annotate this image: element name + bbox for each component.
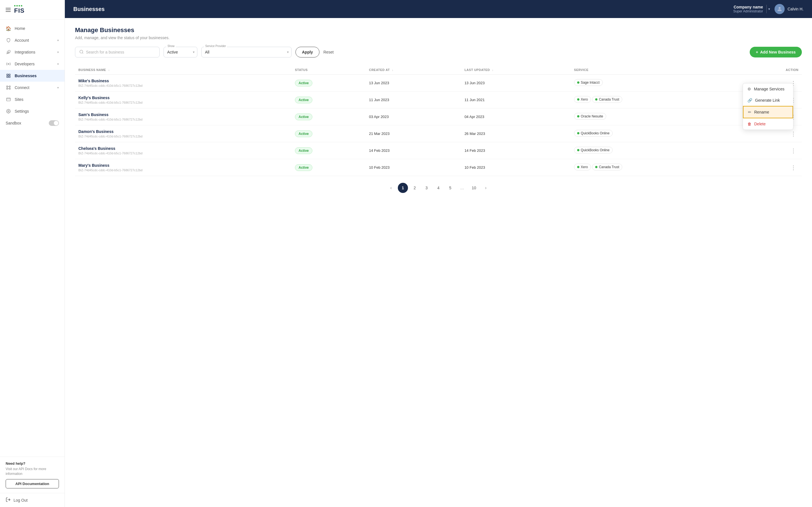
pagination-next[interactable]: ›	[481, 183, 491, 193]
cell-service: QuickBooks Online	[571, 142, 742, 159]
topbar-company[interactable]: Company name Super Administrator	[733, 5, 767, 13]
manage-services-label: Manage Services	[754, 87, 784, 91]
reset-button[interactable]: Reset	[323, 50, 334, 54]
table-row: Mike's Business BIZ-74d45cdc-cddc-410d-b…	[75, 75, 802, 92]
topbar-title: Businesses	[73, 6, 733, 12]
businesses-table: BUSINESS NAME ↓ STATUS CREATED AT ↓ LAST…	[75, 65, 802, 176]
cell-service: Sage Intacct	[571, 75, 742, 92]
plus-icon: +	[756, 50, 758, 54]
business-id: BIZ-74d45cdc-cddc-410d-b5c1-7686727c12bd	[79, 101, 288, 104]
topbar-right: Company name Super Administrator ▾ Calvi…	[733, 4, 804, 14]
sidebar-item-account[interactable]: Account ▾	[0, 34, 64, 46]
hamburger-menu[interactable]	[6, 8, 11, 12]
pagination-page-4[interactable]: 4	[434, 183, 444, 193]
business-id: BIZ-74d45cdc-cddc-410d-b5c1-7686727c12bd	[79, 118, 288, 121]
col-business-name[interactable]: BUSINESS NAME ↓	[75, 65, 292, 75]
generate-link-item[interactable]: 🔗 Generate Link	[743, 95, 793, 106]
service-tag: Canada Trust	[592, 96, 622, 103]
sort-arrow-icon: ↓	[392, 68, 394, 71]
pagination-page-10[interactable]: 10	[469, 183, 479, 193]
company-role: Super Administrator	[733, 9, 763, 13]
rename-item[interactable]: ✏ Rename	[743, 106, 793, 118]
pagination-page-5[interactable]: 5	[445, 183, 455, 193]
action-dropdown: ⚙ Manage Services 🔗 Generate Link ✏ Rena…	[743, 83, 794, 130]
cell-service: Oracle Nesuite	[571, 108, 742, 125]
help-text: Visit our API Docs for more information	[6, 467, 59, 476]
service-dot-icon	[577, 81, 579, 83]
table-header: BUSINESS NAME ↓ STATUS CREATED AT ↓ LAST…	[75, 65, 802, 75]
rename-label: Rename	[754, 110, 769, 114]
action-menu-button[interactable]: ⋮	[788, 147, 799, 155]
svg-point-19	[779, 7, 781, 9]
business-id: BIZ-74d45cdc-cddc-410d-b5c1-7686727c12bd	[79, 168, 288, 172]
sort-arrow-icon: ↓	[492, 68, 494, 71]
cell-business-name: Chelsea's Business BIZ-74d45cdc-cddc-410…	[75, 142, 292, 159]
fis-logo: FIS	[14, 5, 24, 14]
svg-rect-5	[7, 76, 8, 77]
delete-item[interactable]: 🗑 Delete	[743, 118, 793, 129]
show-filter-label: Show	[166, 45, 175, 48]
cell-status: Active	[292, 92, 366, 108]
col-created-at[interactable]: CREATED AT ↓	[366, 65, 461, 75]
business-name: Kelly's Business	[79, 96, 288, 100]
cell-action: ⋮	[742, 159, 802, 176]
table-row: Mary's Business BIZ-74d45cdc-cddc-410d-b…	[75, 159, 802, 176]
action-menu-button[interactable]: ⋮	[788, 130, 799, 138]
sidebar-item-label: Home	[15, 26, 25, 31]
cell-service: XeroCanada Trust	[571, 159, 742, 176]
chevron-down-icon: ▾	[57, 62, 59, 66]
service-tag: Sage Intacct	[574, 79, 603, 86]
svg-rect-9	[6, 88, 8, 89]
pagination-page-2[interactable]: 2	[410, 183, 420, 193]
manage-services-item[interactable]: ⚙ Manage Services	[743, 83, 793, 95]
svg-rect-6	[9, 76, 10, 77]
pagination-page-3[interactable]: 3	[421, 183, 432, 193]
connect-icon	[6, 85, 11, 91]
action-menu-button[interactable]: ⋮	[788, 164, 799, 172]
page-title: Manage Businesses	[75, 26, 802, 34]
sort-arrow-icon: ↓	[108, 68, 110, 71]
cell-status: Active	[292, 159, 366, 176]
svg-rect-15	[6, 98, 10, 101]
sidebar-item-developers[interactable]: Developers ▾	[0, 58, 64, 70]
chevron-down-icon: ▾	[57, 86, 59, 90]
service-provider-label: Service Provider	[204, 45, 227, 48]
delete-label: Delete	[754, 122, 765, 126]
developers-icon	[6, 61, 11, 67]
sites-icon	[6, 97, 11, 102]
api-documentation-button[interactable]: API Documentation	[6, 479, 59, 489]
search-input[interactable]	[86, 47, 155, 57]
col-last-updated[interactable]: LAST UPDATED ↓	[461, 65, 570, 75]
service-dot-icon	[595, 166, 598, 168]
settings-icon	[6, 108, 11, 114]
service-tag: Xero	[574, 96, 591, 103]
svg-rect-8	[9, 86, 10, 87]
generate-link-label: Generate Link	[755, 98, 780, 103]
service-provider-select[interactable]: All Xero QuickBooks Online Sage Intacct …	[201, 47, 292, 57]
sidebar-item-connect[interactable]: Connect ▾	[0, 82, 64, 94]
sidebar-item-integrations[interactable]: Integrations ▾	[0, 46, 64, 58]
cell-status: Active	[292, 108, 366, 125]
add-business-button[interactable]: + Add New Business	[750, 47, 802, 57]
sidebar-item-settings[interactable]: Settings	[0, 105, 64, 117]
sidebar-item-home[interactable]: 🏠 Home	[0, 22, 64, 34]
logout-label: Log Out	[13, 498, 28, 503]
pagination-page-1[interactable]: 1	[398, 183, 408, 193]
business-name: Sam's Business	[79, 112, 288, 117]
sandbox-toggle[interactable]	[49, 120, 59, 126]
business-id: BIZ-74d45cdc-cddc-410d-b5c1-7686727c12bd	[79, 135, 288, 138]
cell-created-at: 10 Feb 2023	[366, 159, 461, 176]
show-filter-select[interactable]: Active Inactive All	[163, 47, 197, 57]
pagination-prev[interactable]: ‹	[386, 183, 396, 193]
businesses-icon	[6, 73, 11, 78]
home-icon: 🏠	[6, 25, 11, 31]
sandbox-label: Sandbox	[6, 121, 21, 125]
service-provider-wrapper: Service Provider All Xero QuickBooks Onl…	[201, 47, 292, 57]
topbar-user[interactable]: Calvin H.	[770, 4, 804, 14]
sidebar-item-businesses[interactable]: Businesses	[0, 70, 64, 82]
cell-last-updated: 10 Feb 2023	[461, 159, 570, 176]
sidebar-item-sites[interactable]: Sites	[0, 94, 64, 105]
svg-point-20	[80, 50, 83, 53]
apply-button[interactable]: Apply	[296, 47, 319, 57]
logout-row[interactable]: Log Out	[0, 493, 64, 507]
